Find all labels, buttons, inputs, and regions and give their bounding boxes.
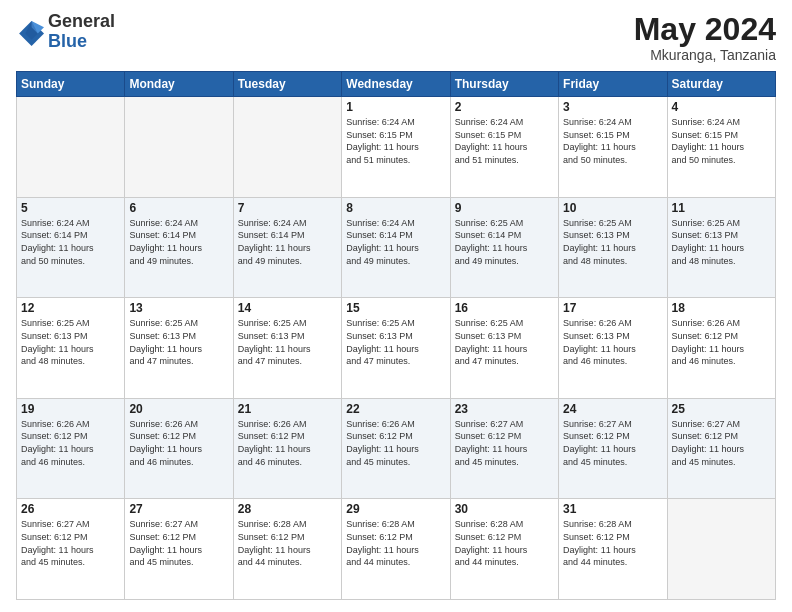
day-info: Sunrise: 6:25 AM Sunset: 6:13 PM Dayligh… — [672, 217, 771, 267]
calendar-cell: 25Sunrise: 6:27 AM Sunset: 6:12 PM Dayli… — [667, 398, 775, 499]
day-info: Sunrise: 6:24 AM Sunset: 6:15 PM Dayligh… — [455, 116, 554, 166]
day-info: Sunrise: 6:27 AM Sunset: 6:12 PM Dayligh… — [563, 418, 662, 468]
col-header-sunday: Sunday — [17, 72, 125, 97]
day-info: Sunrise: 6:25 AM Sunset: 6:14 PM Dayligh… — [455, 217, 554, 267]
col-header-tuesday: Tuesday — [233, 72, 341, 97]
header: General Blue May 2024 Mkuranga, Tanzania — [16, 12, 776, 63]
day-number: 2 — [455, 100, 554, 114]
calendar-cell: 7Sunrise: 6:24 AM Sunset: 6:14 PM Daylig… — [233, 197, 341, 298]
calendar-cell: 5Sunrise: 6:24 AM Sunset: 6:14 PM Daylig… — [17, 197, 125, 298]
calendar-table: SundayMondayTuesdayWednesdayThursdayFrid… — [16, 71, 776, 600]
col-header-monday: Monday — [125, 72, 233, 97]
month-title: May 2024 — [634, 12, 776, 47]
calendar-cell: 13Sunrise: 6:25 AM Sunset: 6:13 PM Dayli… — [125, 298, 233, 399]
calendar-cell — [667, 499, 775, 600]
day-number: 27 — [129, 502, 228, 516]
logo-text: General Blue — [48, 12, 115, 52]
calendar-week-row: 1Sunrise: 6:24 AM Sunset: 6:15 PM Daylig… — [17, 97, 776, 198]
day-info: Sunrise: 6:26 AM Sunset: 6:12 PM Dayligh… — [672, 317, 771, 367]
day-info: Sunrise: 6:25 AM Sunset: 6:13 PM Dayligh… — [238, 317, 337, 367]
day-number: 24 — [563, 402, 662, 416]
calendar-cell: 14Sunrise: 6:25 AM Sunset: 6:13 PM Dayli… — [233, 298, 341, 399]
day-info: Sunrise: 6:24 AM Sunset: 6:15 PM Dayligh… — [672, 116, 771, 166]
logo: General Blue — [16, 12, 115, 52]
calendar-cell: 10Sunrise: 6:25 AM Sunset: 6:13 PM Dayli… — [559, 197, 667, 298]
day-info: Sunrise: 6:28 AM Sunset: 6:12 PM Dayligh… — [346, 518, 445, 568]
calendar-cell: 2Sunrise: 6:24 AM Sunset: 6:15 PM Daylig… — [450, 97, 558, 198]
logo-icon — [16, 18, 44, 46]
location: Mkuranga, Tanzania — [634, 47, 776, 63]
calendar-cell — [233, 97, 341, 198]
day-number: 6 — [129, 201, 228, 215]
day-info: Sunrise: 6:24 AM Sunset: 6:14 PM Dayligh… — [21, 217, 120, 267]
logo-blue-text: Blue — [48, 32, 115, 52]
calendar-cell: 17Sunrise: 6:26 AM Sunset: 6:13 PM Dayli… — [559, 298, 667, 399]
day-info: Sunrise: 6:25 AM Sunset: 6:13 PM Dayligh… — [21, 317, 120, 367]
title-area: May 2024 Mkuranga, Tanzania — [634, 12, 776, 63]
calendar-week-row: 12Sunrise: 6:25 AM Sunset: 6:13 PM Dayli… — [17, 298, 776, 399]
day-info: Sunrise: 6:24 AM Sunset: 6:14 PM Dayligh… — [238, 217, 337, 267]
day-info: Sunrise: 6:26 AM Sunset: 6:12 PM Dayligh… — [238, 418, 337, 468]
day-info: Sunrise: 6:28 AM Sunset: 6:12 PM Dayligh… — [238, 518, 337, 568]
calendar-cell: 15Sunrise: 6:25 AM Sunset: 6:13 PM Dayli… — [342, 298, 450, 399]
day-number: 11 — [672, 201, 771, 215]
calendar-header-row: SundayMondayTuesdayWednesdayThursdayFrid… — [17, 72, 776, 97]
day-number: 20 — [129, 402, 228, 416]
calendar-week-row: 5Sunrise: 6:24 AM Sunset: 6:14 PM Daylig… — [17, 197, 776, 298]
calendar-cell: 1Sunrise: 6:24 AM Sunset: 6:15 PM Daylig… — [342, 97, 450, 198]
calendar-cell: 16Sunrise: 6:25 AM Sunset: 6:13 PM Dayli… — [450, 298, 558, 399]
day-number: 5 — [21, 201, 120, 215]
col-header-saturday: Saturday — [667, 72, 775, 97]
col-header-thursday: Thursday — [450, 72, 558, 97]
day-info: Sunrise: 6:25 AM Sunset: 6:13 PM Dayligh… — [346, 317, 445, 367]
day-number: 1 — [346, 100, 445, 114]
day-number: 22 — [346, 402, 445, 416]
calendar-cell: 30Sunrise: 6:28 AM Sunset: 6:12 PM Dayli… — [450, 499, 558, 600]
calendar-cell: 21Sunrise: 6:26 AM Sunset: 6:12 PM Dayli… — [233, 398, 341, 499]
day-number: 28 — [238, 502, 337, 516]
calendar-cell: 12Sunrise: 6:25 AM Sunset: 6:13 PM Dayli… — [17, 298, 125, 399]
day-info: Sunrise: 6:26 AM Sunset: 6:12 PM Dayligh… — [346, 418, 445, 468]
calendar-cell: 11Sunrise: 6:25 AM Sunset: 6:13 PM Dayli… — [667, 197, 775, 298]
calendar-cell: 28Sunrise: 6:28 AM Sunset: 6:12 PM Dayli… — [233, 499, 341, 600]
day-number: 19 — [21, 402, 120, 416]
day-info: Sunrise: 6:28 AM Sunset: 6:12 PM Dayligh… — [563, 518, 662, 568]
day-info: Sunrise: 6:25 AM Sunset: 6:13 PM Dayligh… — [563, 217, 662, 267]
day-number: 25 — [672, 402, 771, 416]
day-info: Sunrise: 6:25 AM Sunset: 6:13 PM Dayligh… — [129, 317, 228, 367]
calendar-cell: 4Sunrise: 6:24 AM Sunset: 6:15 PM Daylig… — [667, 97, 775, 198]
day-info: Sunrise: 6:24 AM Sunset: 6:14 PM Dayligh… — [346, 217, 445, 267]
calendar-cell: 22Sunrise: 6:26 AM Sunset: 6:12 PM Dayli… — [342, 398, 450, 499]
calendar-cell: 19Sunrise: 6:26 AM Sunset: 6:12 PM Dayli… — [17, 398, 125, 499]
logo-general-text: General — [48, 12, 115, 32]
day-info: Sunrise: 6:26 AM Sunset: 6:13 PM Dayligh… — [563, 317, 662, 367]
day-number: 12 — [21, 301, 120, 315]
day-number: 29 — [346, 502, 445, 516]
day-number: 16 — [455, 301, 554, 315]
calendar-week-row: 19Sunrise: 6:26 AM Sunset: 6:12 PM Dayli… — [17, 398, 776, 499]
col-header-friday: Friday — [559, 72, 667, 97]
day-number: 17 — [563, 301, 662, 315]
calendar-cell: 8Sunrise: 6:24 AM Sunset: 6:14 PM Daylig… — [342, 197, 450, 298]
calendar-cell: 26Sunrise: 6:27 AM Sunset: 6:12 PM Dayli… — [17, 499, 125, 600]
calendar-cell: 29Sunrise: 6:28 AM Sunset: 6:12 PM Dayli… — [342, 499, 450, 600]
day-number: 14 — [238, 301, 337, 315]
day-info: Sunrise: 6:28 AM Sunset: 6:12 PM Dayligh… — [455, 518, 554, 568]
day-number: 21 — [238, 402, 337, 416]
day-info: Sunrise: 6:26 AM Sunset: 6:12 PM Dayligh… — [21, 418, 120, 468]
calendar-cell: 27Sunrise: 6:27 AM Sunset: 6:12 PM Dayli… — [125, 499, 233, 600]
calendar-cell — [125, 97, 233, 198]
day-number: 9 — [455, 201, 554, 215]
day-number: 8 — [346, 201, 445, 215]
day-number: 18 — [672, 301, 771, 315]
calendar-cell: 31Sunrise: 6:28 AM Sunset: 6:12 PM Dayli… — [559, 499, 667, 600]
page: General Blue May 2024 Mkuranga, Tanzania… — [0, 0, 792, 612]
calendar-cell: 20Sunrise: 6:26 AM Sunset: 6:12 PM Dayli… — [125, 398, 233, 499]
day-info: Sunrise: 6:27 AM Sunset: 6:12 PM Dayligh… — [21, 518, 120, 568]
calendar-cell — [17, 97, 125, 198]
day-number: 3 — [563, 100, 662, 114]
day-number: 15 — [346, 301, 445, 315]
day-number: 13 — [129, 301, 228, 315]
day-info: Sunrise: 6:25 AM Sunset: 6:13 PM Dayligh… — [455, 317, 554, 367]
day-number: 4 — [672, 100, 771, 114]
